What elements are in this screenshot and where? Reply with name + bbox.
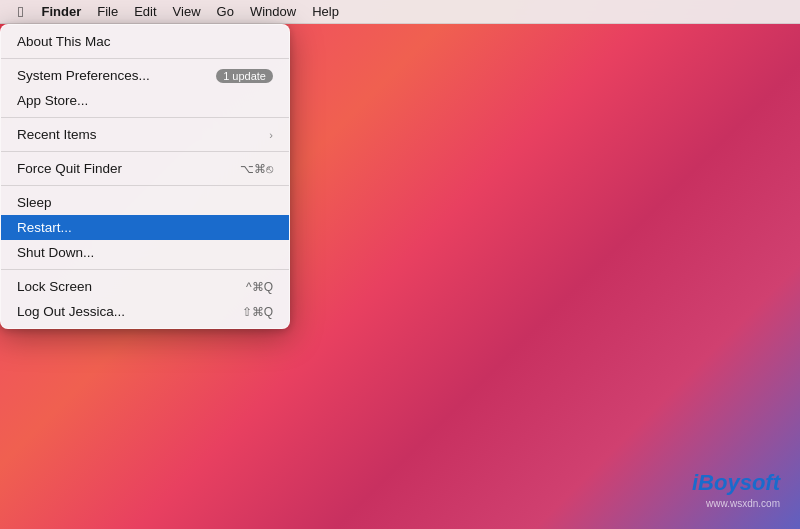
apple-dropdown-menu: About This Mac System Preferences... 1 u… [0,24,290,329]
force-quit-shortcut: ⌥⌘⎋ [240,162,273,176]
chevron-right-icon: › [269,129,273,141]
system-prefs-label: System Preferences... [17,68,150,83]
menu-separator-5 [1,269,289,270]
menu-separator-4 [1,185,289,186]
menu-item-shutdown[interactable]: Shut Down... [1,240,289,265]
menu-item-sleep[interactable]: Sleep [1,190,289,215]
menu-item-about[interactable]: About This Mac [1,29,289,54]
menu-item-recent-items[interactable]: Recent Items › [1,122,289,147]
menu-separator-1 [1,58,289,59]
menu-item-app-store[interactable]: App Store... [1,88,289,113]
menu-item-system-prefs[interactable]: System Preferences... 1 update [1,63,289,88]
menubar:  Finder File Edit View Go Window Help [0,0,800,24]
menubar-go[interactable]: Go [209,1,242,23]
menubar-file[interactable]: File [89,1,126,23]
brand-url: www.wsxdn.com [692,498,780,509]
lock-screen-label: Lock Screen [17,279,92,294]
menubar-window[interactable]: Window [242,1,304,23]
update-badge: 1 update [216,69,273,83]
lock-screen-shortcut: ^⌘Q [246,280,273,294]
menu-item-logout[interactable]: Log Out Jessica... ⇧⌘Q [1,299,289,324]
menu-item-restart[interactable]: Restart... [1,215,289,240]
menubar-finder[interactable]: Finder [33,1,89,23]
menu-separator-3 [1,151,289,152]
apple-menu-trigger[interactable]:  [8,1,33,23]
menubar-edit[interactable]: Edit [126,1,164,23]
menubar-view[interactable]: View [165,1,209,23]
menubar-help[interactable]: Help [304,1,347,23]
logout-shortcut: ⇧⌘Q [242,305,273,319]
force-quit-label: Force Quit Finder [17,161,122,176]
menu-separator-2 [1,117,289,118]
menu-item-about-label: About This Mac [17,34,111,49]
restart-label: Restart... [17,220,72,235]
menu-item-lock-screen[interactable]: Lock Screen ^⌘Q [1,274,289,299]
recent-items-label: Recent Items [17,127,97,142]
iboysoft-watermark: iBoysoft www.wsxdn.com [692,470,780,509]
brand-text: iBoysoft [692,470,780,495]
sleep-label: Sleep [17,195,52,210]
shutdown-label: Shut Down... [17,245,94,260]
app-store-label: App Store... [17,93,88,108]
logout-label: Log Out Jessica... [17,304,125,319]
menu-item-force-quit[interactable]: Force Quit Finder ⌥⌘⎋ [1,156,289,181]
